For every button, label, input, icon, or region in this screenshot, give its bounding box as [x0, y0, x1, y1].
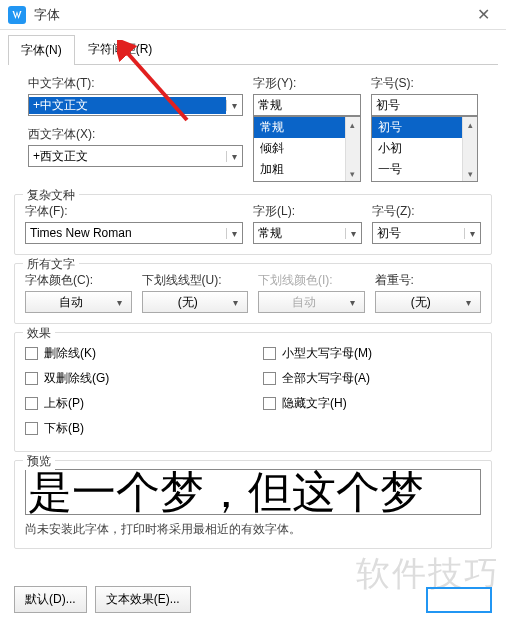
- footer: 默认(D)... 文本效果(E)...: [0, 576, 506, 623]
- complex-font-label: 字体(F):: [25, 203, 243, 220]
- app-logo-icon: [8, 6, 26, 24]
- underline-style-select[interactable]: (无) ▾: [142, 291, 249, 313]
- complex-size-value: 初号: [373, 225, 464, 242]
- titlebar: 字体 ✕: [0, 0, 506, 30]
- shape-input[interactable]: 常规: [253, 94, 361, 116]
- emphasis-label: 着重号:: [375, 272, 482, 289]
- chinese-font-value: +中文正文: [29, 97, 226, 114]
- shape-listbox[interactable]: 常规 倾斜 加粗 ▴ ▾: [253, 116, 361, 182]
- allcaps-checkbox[interactable]: 全部大写字母(A): [263, 370, 481, 387]
- chevron-down-icon: ▾: [117, 297, 131, 308]
- strike-checkbox[interactable]: 删除线(K): [25, 345, 243, 362]
- hidden-checkbox[interactable]: 隐藏文字(H): [263, 395, 481, 412]
- font-color-select[interactable]: 自动 ▾: [25, 291, 132, 313]
- chevron-down-icon: ▾: [345, 228, 361, 239]
- chevron-down-icon: ▾: [226, 100, 242, 111]
- scroll-up-icon[interactable]: ▴: [346, 117, 360, 132]
- close-button[interactable]: ✕: [468, 0, 498, 30]
- tab-font[interactable]: 字体(N): [8, 35, 75, 65]
- checkbox-box-icon: [25, 347, 38, 360]
- scroll-down-icon[interactable]: ▾: [463, 166, 477, 181]
- western-font-value: +西文正文: [29, 148, 226, 165]
- size-listbox[interactable]: 初号 小初 一号 ▴ ▾: [371, 116, 479, 182]
- complex-size-label: 字号(Z):: [372, 203, 481, 220]
- complex-font-select[interactable]: Times New Roman ▾: [25, 222, 243, 244]
- text-effects-button[interactable]: 文本效果(E)...: [95, 586, 191, 613]
- emphasis-select[interactable]: (无) ▾: [375, 291, 482, 313]
- checkbox-box-icon: [25, 422, 38, 435]
- underline-color-label: 下划线颜色(I):: [258, 272, 365, 289]
- complex-shape-select[interactable]: 常规 ▾: [253, 222, 362, 244]
- checkbox-box-icon: [263, 347, 276, 360]
- complex-shape-value: 常规: [254, 225, 345, 242]
- window-title: 字体: [34, 6, 468, 24]
- size-label: 字号(S):: [371, 75, 479, 92]
- chevron-down-icon: ▾: [466, 297, 480, 308]
- preview-note: 尚未安装此字体，打印时将采用最相近的有效字体。: [25, 521, 481, 538]
- chevron-down-icon: ▾: [464, 228, 480, 239]
- tabs: 字体(N) 字符间距(R): [8, 34, 498, 65]
- complex-size-select[interactable]: 初号 ▾: [372, 222, 481, 244]
- dstrike-checkbox[interactable]: 双删除线(G): [25, 370, 243, 387]
- size-input[interactable]: 初号: [371, 94, 479, 116]
- chevron-down-icon: ▾: [350, 297, 364, 308]
- chevron-down-icon: ▾: [233, 297, 247, 308]
- western-font-select[interactable]: +西文正文 ▾: [28, 145, 243, 167]
- size-value: 初号: [372, 97, 478, 114]
- chevron-down-icon: ▾: [226, 228, 242, 239]
- checkbox-box-icon: [25, 372, 38, 385]
- default-button[interactable]: 默认(D)...: [14, 586, 87, 613]
- western-font-label: 西文字体(X):: [28, 126, 243, 143]
- font-color-label: 字体颜色(C):: [25, 272, 132, 289]
- checkbox-box-icon: [263, 397, 276, 410]
- preview-box: 是一个梦，但这个梦: [25, 469, 481, 515]
- scrollbar[interactable]: ▴ ▾: [462, 117, 477, 181]
- scrollbar[interactable]: ▴ ▾: [345, 117, 360, 181]
- preview-group-title: 预览: [23, 453, 55, 470]
- chinese-font-select[interactable]: +中文正文 ▾: [28, 94, 243, 116]
- shape-value: 常规: [254, 97, 360, 114]
- primary-action-placeholder[interactable]: [426, 587, 492, 613]
- scroll-down-icon[interactable]: ▾: [346, 166, 360, 181]
- complex-group-title: 复杂文种: [23, 187, 79, 204]
- smallcaps-checkbox[interactable]: 小型大写字母(M): [263, 345, 481, 362]
- complex-font-value: Times New Roman: [26, 226, 226, 240]
- underline-style-label: 下划线线型(U):: [142, 272, 249, 289]
- tab-spacing[interactable]: 字符间距(R): [75, 34, 166, 64]
- scroll-up-icon[interactable]: ▴: [463, 117, 477, 132]
- subscript-checkbox[interactable]: 下标(B): [25, 420, 243, 437]
- chinese-font-label: 中文字体(T):: [28, 75, 243, 92]
- superscript-checkbox[interactable]: 上标(P): [25, 395, 243, 412]
- checkbox-box-icon: [263, 372, 276, 385]
- checkbox-box-icon: [25, 397, 38, 410]
- shape-label: 字形(Y):: [253, 75, 361, 92]
- alltext-group-title: 所有文字: [23, 256, 79, 273]
- effects-group-title: 效果: [23, 325, 55, 342]
- complex-shape-label: 字形(L):: [253, 203, 362, 220]
- underline-color-select: 自动 ▾: [258, 291, 365, 313]
- chevron-down-icon: ▾: [226, 151, 242, 162]
